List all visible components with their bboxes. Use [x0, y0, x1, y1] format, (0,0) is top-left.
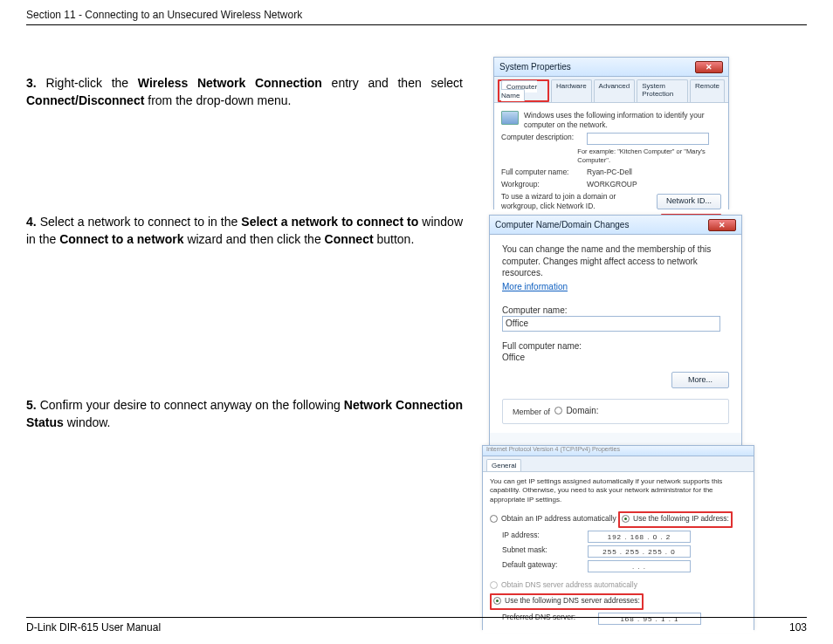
wizard-text: To use a wizard to join a domain or work…	[501, 192, 651, 211]
full-computer-name: Ryan-PC-Dell	[587, 168, 632, 177]
footer-page-number: 103	[789, 621, 807, 634]
bold: Connect/Disconnect	[26, 93, 144, 107]
ip-address-input[interactable]: 192 . 168 . 0 . 2	[588, 531, 691, 543]
bold: Connect to a network	[59, 232, 183, 246]
tab-system-protection[interactable]: System Protection	[637, 79, 688, 102]
text: wizard and then click the	[184, 232, 325, 246]
window-title: Computer Name/Domain Changes	[495, 220, 629, 230]
member-of-label: Member of	[510, 408, 553, 418]
label: Full computer name:	[502, 340, 729, 352]
text: Right-click the	[45, 76, 137, 90]
label: Full computer name:	[501, 168, 582, 177]
screenshot-system-properties: System Properties ✕ Computer Name Hardwa…	[493, 57, 729, 209]
screenshot-ipv4-properties: Internet Protocol Version 4 (TCP/IPv4) P…	[482, 445, 754, 630]
computer-description-input[interactable]	[587, 133, 709, 145]
title-strip: Internet Protocol Version 4 (TCP/IPv4) P…	[483, 446, 754, 456]
more-information-link[interactable]: More information	[502, 281, 729, 292]
text: Confirm your desire to connect anyway on…	[40, 398, 344, 412]
tab-hardware[interactable]: Hardware	[551, 79, 592, 102]
domain-label: Domain:	[566, 405, 598, 416]
bold: Select a network to connect to	[241, 215, 418, 229]
bold: Wireless Network Connection	[138, 76, 322, 90]
obtain-ip-auto-radio[interactable]: Obtain an IP address automatically	[490, 514, 616, 524]
intro-text: Windows uses the following information t…	[524, 111, 721, 130]
label: Workgroup:	[501, 180, 582, 189]
section-header: Section 11 - Connecting to an Unsecured …	[26, 9, 807, 25]
text: window.	[64, 415, 111, 429]
default-gateway-input[interactable]: . . .	[588, 560, 691, 572]
subnet-mask-input[interactable]: 255 . 255 . 255 . 0	[588, 545, 691, 558]
domain-radio[interactable]: Domain:	[554, 405, 598, 416]
obtain-dns-auto-radio[interactable]: Obtain DNS server address automatically	[490, 580, 637, 590]
intro-text: You can get IP settings assigned automat…	[490, 477, 747, 504]
label: Default gateway:	[502, 560, 582, 572]
use-following-ip-radio[interactable]: Use the following IP address:	[622, 514, 729, 524]
tab-remote[interactable]: Remote	[690, 79, 725, 102]
computer-name-input[interactable]: Office	[502, 316, 720, 332]
label: Subnet mask:	[502, 545, 582, 558]
more-button[interactable]: More...	[671, 372, 729, 389]
step-4: 4. Select a network to connect to in the…	[26, 213, 463, 249]
label: Obtain DNS server address automatically	[501, 580, 637, 590]
label: Use the following IP address:	[633, 514, 729, 524]
label: IP address:	[502, 531, 582, 543]
tab-general[interactable]: General	[486, 459, 521, 471]
text: from the drop-down menu.	[144, 93, 291, 107]
label: Obtain an IP address automatically	[501, 514, 616, 524]
intro-text: You can change the name and the membersh…	[502, 243, 729, 279]
workgroup-value: WORKGROUP	[587, 180, 637, 189]
close-icon[interactable]: ✕	[708, 219, 736, 231]
use-following-dns-radio[interactable]: Use the following DNS server addresses:	[493, 596, 640, 606]
tab-advanced[interactable]: Advanced	[594, 79, 636, 102]
label: Use the following DNS server addresses:	[505, 596, 640, 606]
step-5: 5. Confirm your desire to connect anyway…	[26, 396, 463, 432]
step-number: 4.	[26, 215, 37, 229]
text: button.	[374, 232, 415, 246]
network-id-button[interactable]: Network ID...	[657, 194, 721, 209]
computer-icon	[501, 111, 519, 125]
tab-computer-name[interactable]: Computer Name	[501, 80, 537, 101]
screenshot-domain-changes: Computer Name/Domain Changes ✕ You can c…	[489, 215, 742, 447]
label: Computer description:	[501, 133, 582, 145]
window-title: System Properties	[499, 62, 571, 72]
step-number: 3.	[26, 76, 37, 90]
step-number: 5.	[26, 398, 37, 412]
text: Select a network to connect to in the	[40, 215, 242, 229]
full-computer-name-value: Office	[502, 352, 729, 363]
footer-manual-name: D-Link DIR-615 User Manual	[26, 621, 161, 634]
hint-text: For example: "Kitchen Computer" or "Mary…	[577, 147, 721, 165]
label: Computer name:	[502, 305, 729, 316]
text: entry and then select	[322, 76, 463, 90]
step-3: 3. Right-click the Wireless Network Conn…	[26, 74, 463, 110]
bold: Connect	[325, 232, 374, 246]
close-icon[interactable]: ✕	[695, 61, 723, 73]
